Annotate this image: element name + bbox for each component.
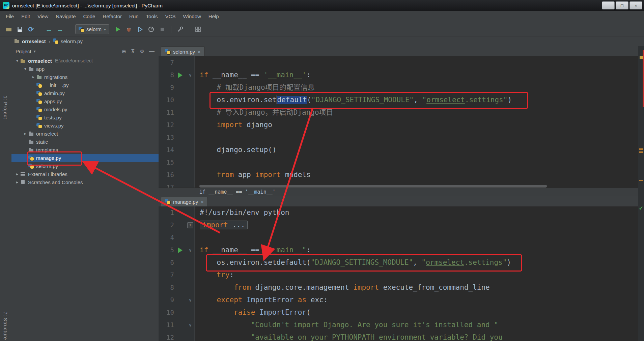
- code-line-8[interactable]: 8∨if __name__ == '__main__':: [159, 69, 638, 81]
- tree-item-ormselect[interactable]: ▾ormselectE:\code\ormselect: [11, 57, 159, 65]
- code-line-5[interactable]: 5∨if __name__ == "__main__":: [159, 244, 638, 256]
- chevron-right-icon[interactable]: ▸: [22, 131, 28, 136]
- breadcrumb-file[interactable]: selorm.py: [53, 38, 83, 44]
- tree-item-migrations[interactable]: ▸migrations: [11, 73, 159, 81]
- tree-item-views-py[interactable]: views.py: [11, 121, 159, 130]
- stripe-warning-mark[interactable]: [639, 180, 643, 181]
- locate-file-icon[interactable]: ⊕: [122, 48, 126, 55]
- tree-item-tests-py[interactable]: tests.py: [11, 113, 159, 121]
- chevron-right-icon[interactable]: ▸: [30, 75, 36, 79]
- menu-code[interactable]: Code: [79, 13, 99, 19]
- maximize-button[interactable]: □: [616, 1, 628, 9]
- code-area-selorm[interactable]: 78∨if __name__ == '__main__':9 # 加载Djang…: [159, 56, 638, 188]
- breadcrumb-project[interactable]: ormselect: [14, 38, 46, 44]
- settings-wrench-icon[interactable]: [176, 25, 184, 33]
- chevron-down-icon[interactable]: ▾: [34, 49, 36, 54]
- profiler-button[interactable]: [147, 25, 155, 33]
- project-structure-icon[interactable]: [194, 25, 202, 33]
- code-line-8[interactable]: 8 from django.core.management import exe…: [159, 281, 638, 294]
- menu-refactor[interactable]: Refactor: [99, 13, 125, 19]
- menu-vcs[interactable]: VCS: [162, 13, 179, 19]
- code-line-15[interactable]: 15: [159, 156, 638, 169]
- menu-run[interactable]: Run: [125, 13, 142, 19]
- debug-button[interactable]: [125, 25, 133, 33]
- tree-item-scratches-and-consoles[interactable]: ▸Scratches and Consoles: [11, 178, 159, 186]
- code-line-16[interactable]: 16 from app import models: [159, 169, 638, 181]
- code-area-manage[interactable]: 1#!/usr/bin/env python2+import ...45∨if …: [159, 206, 638, 341]
- chevron-down-icon[interactable]: ▾: [22, 66, 28, 71]
- tree-item-selorm-py[interactable]: selorm.py: [11, 162, 159, 170]
- synchronize-icon[interactable]: ⟳: [27, 25, 35, 33]
- tree-item-apps-py[interactable]: apps.py: [11, 97, 159, 105]
- code-line-7[interactable]: 7: [159, 56, 638, 69]
- tree-item-admin-py[interactable]: admin.py: [11, 89, 159, 97]
- code-line-6[interactable]: 6 os.environ.setdefault("DJANGO_SETTINGS…: [159, 256, 638, 269]
- tool-button-project[interactable]: 1: Project: [3, 96, 8, 119]
- close-button[interactable]: ×: [629, 1, 642, 9]
- forward-icon[interactable]: →: [56, 25, 64, 33]
- close-icon[interactable]: ×: [201, 199, 204, 205]
- code-line-2[interactable]: 2+import ...: [159, 219, 638, 231]
- tab-selorm-py[interactable]: selorm.py ×: [161, 47, 205, 56]
- tree-item-models-py[interactable]: models.py: [11, 105, 159, 113]
- menu-view[interactable]: View: [34, 13, 52, 19]
- scrollbar-thumb[interactable]: [199, 185, 547, 188]
- fold-marker-icon[interactable]: ∨: [186, 294, 194, 306]
- fold-marker-icon[interactable]: ∨: [186, 244, 194, 256]
- tree-item-static[interactable]: static: [11, 138, 159, 146]
- code-line-4[interactable]: 4: [159, 231, 638, 244]
- close-icon[interactable]: ×: [198, 49, 201, 55]
- code-line-9[interactable]: 9∨ except ImportError as exc:: [159, 294, 638, 306]
- inspection-indicator-icon[interactable]: [640, 56, 643, 59]
- code-line-14[interactable]: 14 django.setup(): [159, 144, 638, 156]
- run-line-icon[interactable]: [174, 244, 186, 256]
- code-line-11[interactable]: 11 # 导入Django，并启动Django项目: [159, 106, 638, 119]
- run-with-coverage-button[interactable]: [136, 25, 144, 33]
- fold-marker-icon[interactable]: ∨: [186, 69, 194, 81]
- python-icon: [36, 107, 42, 112]
- code-line-9[interactable]: 9 # 加载Django项目的配置信息: [159, 81, 638, 94]
- hide-panel-icon[interactable]: —: [149, 48, 155, 55]
- code-line-12[interactable]: 12 import django: [159, 119, 638, 131]
- chevron-right-icon[interactable]: ▸: [14, 180, 20, 184]
- code-line-1[interactable]: 1#!/usr/bin/env python: [159, 206, 638, 219]
- tree-item-external-libraries[interactable]: ▸External Libraries: [11, 170, 159, 178]
- unfold-plus-icon[interactable]: +: [186, 219, 194, 231]
- folded-region[interactable]: import ...: [200, 221, 248, 229]
- fold-marker-icon[interactable]: ∨: [186, 319, 194, 331]
- chevron-right-icon[interactable]: ▸: [14, 172, 20, 176]
- tree-item-manage-py[interactable]: manage.py: [11, 154, 159, 162]
- menu-edit[interactable]: Edit: [18, 13, 34, 19]
- open-icon[interactable]: [5, 25, 13, 33]
- menu-file[interactable]: File: [2, 13, 18, 19]
- stripe-warning-mark[interactable]: [639, 148, 643, 150]
- collapse-all-icon[interactable]: ⊼: [131, 48, 135, 55]
- tree-item-app[interactable]: ▾app: [11, 65, 159, 73]
- code-line-11[interactable]: 11∨ "Couldn't import Django. Are you sur…: [159, 319, 638, 331]
- stripe-warning-mark[interactable]: [639, 151, 643, 153]
- save-icon[interactable]: [16, 25, 24, 33]
- tool-button-structure[interactable]: 7: Structure: [3, 312, 8, 340]
- run-button[interactable]: [114, 25, 122, 33]
- code-line-13[interactable]: 13: [159, 131, 638, 144]
- menu-help[interactable]: Help: [205, 13, 223, 19]
- run-configuration-select[interactable]: selorm ▾: [75, 24, 109, 34]
- tree-item-ormselect[interactable]: ▸ormselect: [11, 130, 159, 138]
- tab-manage-py[interactable]: manage.py ×: [161, 197, 208, 206]
- minimize-button[interactable]: –: [602, 1, 615, 9]
- run-line-icon[interactable]: [174, 69, 186, 81]
- code-line-12[interactable]: 12 "available on your PYTHONPATH environ…: [159, 331, 638, 341]
- chevron-down-icon[interactable]: ▾: [14, 58, 20, 63]
- error-stripe[interactable]: ✓: [638, 46, 644, 341]
- stop-button[interactable]: [158, 25, 166, 33]
- tree-item-templates[interactable]: templates: [11, 146, 159, 154]
- menu-navigate[interactable]: Navigate: [52, 13, 79, 19]
- back-icon[interactable]: ←: [45, 25, 53, 33]
- code-line-7[interactable]: 7 try:: [159, 269, 638, 281]
- menu-tools[interactable]: Tools: [142, 13, 162, 19]
- gear-icon[interactable]: ⚙: [140, 48, 144, 55]
- code-line-10[interactable]: 10 os.environ.setdefault("DJANGO_SETTING…: [159, 94, 638, 106]
- code-line-10[interactable]: 10 raise ImportError(: [159, 306, 638, 319]
- tree-item--init-py[interactable]: __init__.py: [11, 81, 159, 89]
- menu-window[interactable]: Window: [179, 13, 204, 19]
